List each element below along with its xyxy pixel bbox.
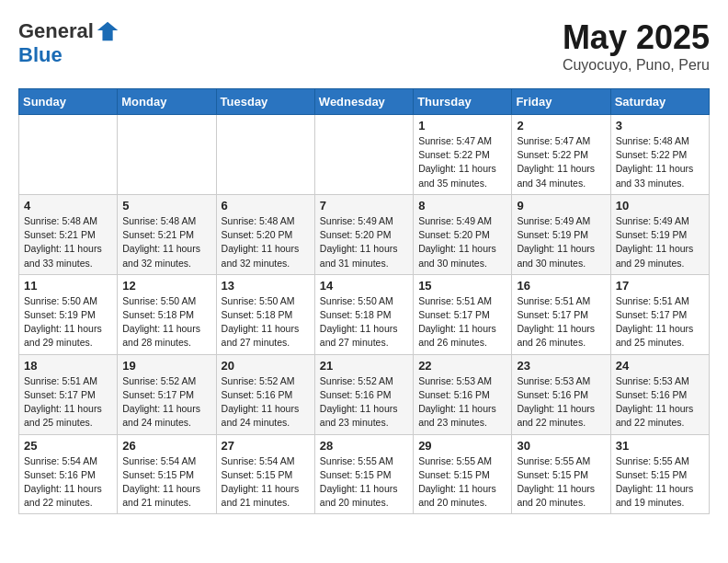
calendar-cell: 26Sunrise: 5:54 AMSunset: 5:15 PMDayligh… [118, 434, 216, 514]
day-number: 21 [320, 359, 408, 373]
day-info: Sunrise: 5:55 AMSunset: 5:15 PMDaylight:… [616, 454, 704, 511]
day-number: 29 [418, 439, 506, 453]
calendar-cell: 7Sunrise: 5:49 AMSunset: 5:20 PMDaylight… [314, 194, 413, 274]
day-info: Sunrise: 5:48 AMSunset: 5:22 PMDaylight:… [616, 134, 704, 190]
logo-icon [96, 18, 121, 44]
day-number: 6 [222, 199, 310, 213]
day-number: 7 [320, 199, 408, 213]
day-info: Sunrise: 5:49 AMSunset: 5:20 PMDaylight:… [418, 214, 506, 270]
calendar-cell: 5Sunrise: 5:48 AMSunset: 5:21 PMDaylight… [118, 194, 216, 274]
calendar-cell: 25Sunrise: 5:54 AMSunset: 5:16 PMDayligh… [19, 434, 118, 514]
day-number: 13 [222, 279, 310, 293]
calendar-cell: 23Sunrise: 5:53 AMSunset: 5:16 PMDayligh… [512, 354, 610, 434]
calendar-cell: 4Sunrise: 5:48 AMSunset: 5:21 PMDaylight… [19, 194, 118, 274]
calendar-cell: 28Sunrise: 5:55 AMSunset: 5:15 PMDayligh… [314, 434, 413, 514]
calendar-cell: 3Sunrise: 5:48 AMSunset: 5:22 PMDaylight… [610, 115, 709, 195]
weekday-header: Friday [512, 89, 610, 115]
calendar-cell: 30Sunrise: 5:55 AMSunset: 5:15 PMDayligh… [512, 434, 610, 514]
day-number: 26 [122, 439, 210, 453]
calendar-week-row: 4Sunrise: 5:48 AMSunset: 5:21 PMDaylight… [19, 194, 710, 274]
calendar-cell: 1Sunrise: 5:47 AMSunset: 5:22 PMDaylight… [414, 115, 512, 195]
day-number: 19 [122, 359, 210, 373]
day-info: Sunrise: 5:52 AMSunset: 5:16 PMDaylight:… [320, 374, 408, 431]
weekday-header: Wednesday [314, 89, 413, 115]
day-info: Sunrise: 5:47 AMSunset: 5:22 PMDaylight:… [418, 134, 506, 190]
calendar-cell: 29Sunrise: 5:55 AMSunset: 5:15 PMDayligh… [414, 434, 512, 514]
calendar-table: SundayMondayTuesdayWednesdayThursdayFrid… [18, 88, 710, 514]
calendar-cell: 6Sunrise: 5:48 AMSunset: 5:20 PMDaylight… [216, 194, 314, 274]
day-number: 5 [122, 199, 210, 213]
day-info: Sunrise: 5:51 AMSunset: 5:17 PMDaylight:… [517, 294, 605, 350]
calendar-cell: 10Sunrise: 5:49 AMSunset: 5:19 PMDayligh… [610, 194, 709, 274]
day-info: Sunrise: 5:47 AMSunset: 5:22 PMDaylight:… [517, 134, 605, 190]
day-info: Sunrise: 5:55 AMSunset: 5:15 PMDaylight:… [320, 454, 408, 511]
day-number: 22 [418, 359, 506, 373]
logo-general: General [18, 20, 94, 42]
day-info: Sunrise: 5:51 AMSunset: 5:17 PMDaylight:… [24, 374, 112, 431]
day-number: 11 [24, 279, 112, 293]
logo-blue: Blue [18, 44, 121, 66]
day-info: Sunrise: 5:50 AMSunset: 5:18 PMDaylight:… [222, 294, 310, 350]
day-number: 8 [418, 199, 506, 213]
day-info: Sunrise: 5:50 AMSunset: 5:18 PMDaylight:… [122, 294, 210, 350]
calendar-cell: 13Sunrise: 5:50 AMSunset: 5:18 PMDayligh… [216, 274, 314, 354]
day-number: 3 [616, 119, 704, 132]
day-number: 20 [222, 359, 310, 373]
calendar-cell: 18Sunrise: 5:51 AMSunset: 5:17 PMDayligh… [19, 354, 118, 434]
month-title: May 2025 [563, 18, 710, 57]
day-number: 25 [24, 439, 112, 453]
day-number: 9 [517, 199, 605, 213]
calendar-cell: 12Sunrise: 5:50 AMSunset: 5:18 PMDayligh… [118, 274, 216, 354]
calendar-cell [118, 115, 216, 195]
day-info: Sunrise: 5:48 AMSunset: 5:21 PMDaylight:… [24, 214, 112, 270]
calendar-cell: 11Sunrise: 5:50 AMSunset: 5:19 PMDayligh… [19, 274, 118, 354]
calendar-cell: 24Sunrise: 5:53 AMSunset: 5:16 PMDayligh… [610, 354, 709, 434]
day-info: Sunrise: 5:52 AMSunset: 5:17 PMDaylight:… [122, 374, 210, 431]
day-info: Sunrise: 5:53 AMSunset: 5:16 PMDaylight:… [616, 374, 704, 431]
calendar-cell: 9Sunrise: 5:49 AMSunset: 5:19 PMDaylight… [512, 194, 610, 274]
day-info: Sunrise: 5:53 AMSunset: 5:16 PMDaylight:… [418, 374, 506, 431]
calendar-cell: 21Sunrise: 5:52 AMSunset: 5:16 PMDayligh… [314, 354, 413, 434]
day-number: 14 [320, 279, 408, 293]
weekday-header-row: SundayMondayTuesdayWednesdayThursdayFrid… [19, 89, 710, 115]
calendar-cell [19, 115, 118, 195]
calendar-cell: 22Sunrise: 5:53 AMSunset: 5:16 PMDayligh… [414, 354, 512, 434]
calendar-cell [216, 115, 314, 195]
weekday-header: Tuesday [216, 89, 314, 115]
weekday-header: Saturday [610, 89, 709, 115]
calendar-cell: 20Sunrise: 5:52 AMSunset: 5:16 PMDayligh… [216, 354, 314, 434]
day-info: Sunrise: 5:48 AMSunset: 5:21 PMDaylight:… [122, 214, 210, 270]
day-number: 10 [616, 199, 704, 213]
calendar-cell: 16Sunrise: 5:51 AMSunset: 5:17 PMDayligh… [512, 274, 610, 354]
calendar-cell: 27Sunrise: 5:54 AMSunset: 5:15 PMDayligh… [216, 434, 314, 514]
day-info: Sunrise: 5:51 AMSunset: 5:17 PMDaylight:… [418, 294, 506, 350]
day-info: Sunrise: 5:54 AMSunset: 5:15 PMDaylight:… [122, 454, 210, 511]
calendar-cell: 8Sunrise: 5:49 AMSunset: 5:20 PMDaylight… [414, 194, 512, 274]
title-block: May 2025 Cuyocuyo, Puno, Peru [563, 18, 710, 74]
day-info: Sunrise: 5:49 AMSunset: 5:19 PMDaylight:… [616, 214, 704, 270]
day-number: 1 [418, 119, 506, 132]
day-info: Sunrise: 5:49 AMSunset: 5:20 PMDaylight:… [320, 214, 408, 270]
day-info: Sunrise: 5:52 AMSunset: 5:16 PMDaylight:… [222, 374, 310, 431]
day-number: 18 [24, 359, 112, 373]
day-number: 27 [222, 439, 310, 453]
day-info: Sunrise: 5:55 AMSunset: 5:15 PMDaylight:… [418, 454, 506, 511]
day-info: Sunrise: 5:49 AMSunset: 5:19 PMDaylight:… [517, 214, 605, 270]
calendar-week-row: 25Sunrise: 5:54 AMSunset: 5:16 PMDayligh… [19, 434, 710, 514]
weekday-header: Sunday [19, 89, 118, 115]
day-number: 15 [418, 279, 506, 293]
calendar-week-row: 1Sunrise: 5:47 AMSunset: 5:22 PMDaylight… [19, 115, 710, 195]
day-number: 12 [122, 279, 210, 293]
svg-marker-0 [97, 22, 118, 41]
logo: General Blue [18, 18, 121, 66]
calendar-week-row: 11Sunrise: 5:50 AMSunset: 5:19 PMDayligh… [19, 274, 710, 354]
calendar-cell: 19Sunrise: 5:52 AMSunset: 5:17 PMDayligh… [118, 354, 216, 434]
day-number: 24 [616, 359, 704, 373]
day-info: Sunrise: 5:54 AMSunset: 5:16 PMDaylight:… [24, 454, 112, 511]
day-number: 28 [320, 439, 408, 453]
day-info: Sunrise: 5:55 AMSunset: 5:15 PMDaylight:… [517, 454, 605, 511]
calendar-cell [314, 115, 413, 195]
day-number: 23 [517, 359, 605, 373]
weekday-header: Monday [118, 89, 216, 115]
calendar-cell: 2Sunrise: 5:47 AMSunset: 5:22 PMDaylight… [512, 115, 610, 195]
